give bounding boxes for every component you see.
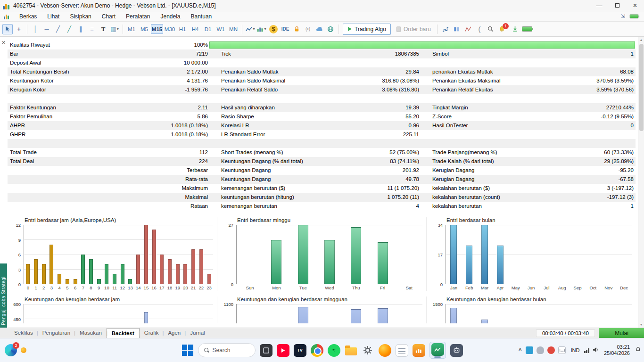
minimize-button[interactable]: —	[590, 0, 608, 11]
ide-icon[interactable]: IDE	[280, 24, 290, 34]
timeframe-w1[interactable]: W1	[215, 24, 227, 34]
timeframe-m1[interactable]: M1	[125, 24, 138, 34]
zigzag-icon[interactable]	[463, 24, 473, 34]
channel-tool-icon[interactable]: ∥	[75, 24, 86, 34]
tab-pengaturan[interactable]: Pengaturan	[38, 328, 75, 338]
close-button[interactable]: ×	[626, 0, 644, 11]
tray-expand-icon[interactable]: ^	[518, 347, 522, 353]
stats-row: Deposit Awal10 000.00	[8, 58, 636, 67]
stats-cell: Rasio Sharpe55.20	[209, 112, 422, 121]
bar-slot	[237, 225, 263, 284]
bracket-icon[interactable]: (	[474, 24, 485, 34]
timeframe-m15[interactable]: M15	[151, 24, 163, 34]
photos-app-icon[interactable]	[260, 344, 272, 357]
strategy-tester-app-icon[interactable]	[431, 343, 444, 356]
bar	[74, 279, 77, 284]
tray-app-icon-cloud[interactable]	[537, 346, 544, 354]
maximize-button[interactable]	[608, 0, 626, 11]
new-order-button[interactable]: Order baru	[392, 24, 435, 35]
x-tick-label: Mar	[477, 284, 493, 291]
bar-slot	[616, 225, 632, 284]
community-globe-icon[interactable]	[325, 24, 336, 34]
broadcast-icon[interactable]: (•)	[303, 24, 313, 34]
timeframe-h1[interactable]: H1	[176, 24, 189, 34]
scroll-down-icon[interactable]: ▼	[640, 321, 643, 328]
notification-center-icon[interactable]	[635, 346, 641, 354]
tab-backtest[interactable]: Backtest	[107, 328, 140, 338]
cursor-tool-icon[interactable]	[2, 24, 13, 34]
chart-shift-icon[interactable]: ⇲	[621, 13, 625, 19]
tab-masukan[interactable]: Masukan	[75, 328, 107, 338]
menu-chart[interactable]: Chart	[97, 11, 121, 22]
menu-peralatan[interactable]: Peralatan	[121, 11, 155, 22]
spotify-app-icon[interactable]: ≈	[328, 344, 340, 357]
tab-seklilas[interactable]: Seklilas	[9, 328, 38, 338]
language-indicator[interactable]: IND	[569, 347, 581, 353]
menubar: BerkasLihatSisipkanChartPeralatanJendela…	[0, 11, 644, 22]
scroll-up-icon[interactable]: ▲	[640, 37, 643, 43]
close-panel-icon[interactable]: ✕	[1, 40, 6, 45]
trendline-tool-icon[interactable]: ╱	[53, 24, 63, 34]
menu-bantuan[interactable]: Bantuan	[186, 11, 217, 22]
lock-icon[interactable]	[291, 24, 302, 34]
text-tool-icon[interactable]: T	[98, 24, 108, 34]
chart-type-icon[interactable]: ▾	[245, 24, 256, 34]
tick-chart-icon[interactable]	[440, 24, 451, 34]
dollar-icon[interactable]: $	[269, 25, 278, 33]
timeframe-h4[interactable]: H4	[189, 24, 201, 34]
tab-jurnal[interactable]: Jurnal	[185, 328, 209, 338]
y-tick-label: 0	[440, 282, 443, 287]
menu-berkas[interactable]: Berkas	[14, 11, 42, 22]
active-app-highlight[interactable]	[429, 342, 446, 359]
tray-app-icon-teal[interactable]	[526, 346, 533, 354]
notifications-bell-icon[interactable]: 1	[497, 24, 507, 34]
edge-icon[interactable]: 2	[5, 344, 17, 356]
horizontal-line-tool-icon[interactable]: ─	[41, 24, 52, 34]
taskbar-search[interactable]: Search	[198, 343, 256, 357]
vertical-line-tool-icon[interactable]: │	[30, 24, 41, 34]
widget-icon[interactable]	[21, 347, 26, 353]
tradingview-app-icon[interactable]: TV	[294, 344, 306, 357]
crosshair-tool-icon[interactable]: +	[14, 24, 24, 34]
file-explorer-icon[interactable]	[345, 344, 357, 357]
start-button-windows[interactable]	[182, 344, 194, 356]
scrollbar-thumb[interactable]	[639, 44, 644, 131]
tab-grafik[interactable]: Grafik	[140, 328, 164, 338]
notepad-app-icon[interactable]	[396, 344, 408, 357]
y-tick-label: 450	[13, 316, 21, 321]
settings-gear-icon[interactable]	[362, 344, 374, 357]
volume-icon[interactable]	[593, 347, 599, 354]
cloud-icon[interactable]	[314, 24, 324, 34]
fibonacci-tool-icon[interactable]: ≡	[87, 24, 97, 34]
youtube-app-icon[interactable]	[277, 344, 289, 357]
download-icon[interactable]	[510, 24, 520, 34]
stat-value: Maksimum	[182, 184, 208, 193]
stat-value: 4	[416, 202, 419, 211]
timeframe-m5[interactable]: M5	[138, 24, 150, 34]
tray-app-icon-red[interactable]	[547, 346, 555, 354]
taskbar-clock[interactable]: 03:21 25/04/2026	[602, 344, 632, 356]
network-signal-icon[interactable]	[584, 348, 589, 353]
metatrader-app-icon[interactable]	[413, 344, 425, 357]
timeframe-mn[interactable]: MN	[227, 24, 239, 34]
robot-app-icon[interactable]	[450, 344, 463, 357]
indicators-icon[interactable]: ▾	[256, 24, 267, 34]
menu-jendela[interactable]: Jendela	[155, 11, 185, 22]
search-icon[interactable]	[486, 24, 496, 34]
timeframe-d1[interactable]: D1	[202, 24, 214, 34]
start-button[interactable]: Mulai	[599, 328, 644, 338]
menu-sisipkan[interactable]: Sisipkan	[65, 11, 96, 22]
chrome-app-icon[interactable]	[311, 344, 323, 357]
tab-agen[interactable]: Agen	[163, 328, 185, 338]
depth-of-market-icon[interactable]	[452, 24, 462, 34]
menu-lihat[interactable]: Lihat	[42, 11, 65, 22]
trading-algo-button[interactable]: Trading Algo	[343, 24, 391, 35]
timeframe-m30[interactable]: M30	[164, 24, 176, 34]
shapes-tool-icon[interactable]: ▦▾	[109, 24, 120, 34]
strategy-tester-ribbon[interactable]: Penguji coba Strategi	[0, 263, 7, 328]
firefox-app-icon[interactable]	[379, 344, 391, 357]
ray-tool-icon[interactable]: ╱	[64, 24, 74, 34]
tray-keyboard-icon[interactable]	[558, 346, 566, 354]
vertical-scrollbar[interactable]: ▲ ▼	[638, 37, 644, 328]
stats-cell: Kualitas Riwayat100%	[8, 41, 209, 49]
